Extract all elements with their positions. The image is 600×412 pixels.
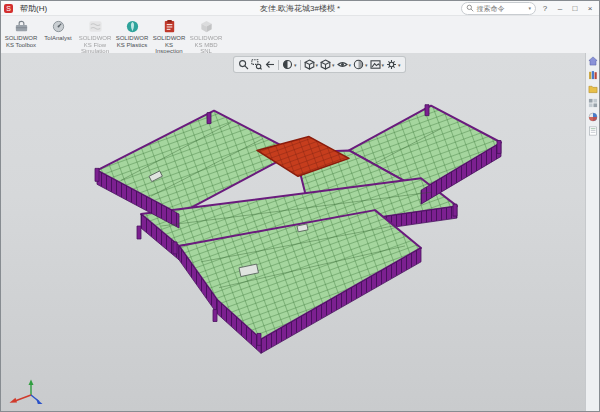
model-3d-view[interactable]	[1, 53, 599, 411]
view-orientation-icon	[304, 59, 315, 70]
folder-icon	[588, 84, 598, 94]
scene-icon	[370, 59, 381, 70]
solidworks-window: S 帮助(H) 友佳.欧海花城3#楼模 * ▾ ? – □ × SOLIDWOR…	[0, 0, 600, 412]
addin-inspection[interactable]: SOLIDWORKS Inspection	[151, 17, 187, 55]
headsup-view-toolbar: ▾ ▾ ▾ ▾ ▾ ▾ ▾	[233, 56, 406, 73]
previous-view-icon	[264, 59, 275, 70]
design-library-button[interactable]	[588, 70, 598, 80]
zoom-to-area-button[interactable]	[251, 59, 262, 70]
toolbox-addin-icon	[14, 19, 29, 34]
search-icon	[466, 4, 474, 12]
library-books-icon	[588, 70, 598, 80]
solidworks-resources-button[interactable]	[588, 56, 598, 66]
zoom-to-area-icon	[251, 59, 262, 70]
addin-solidworks-toolbox[interactable]: SOLIDWORKS Toolbox	[3, 17, 39, 55]
task-pane	[585, 53, 599, 411]
tolanalyst-addin-icon	[51, 19, 66, 34]
orientation-triad	[5, 379, 43, 409]
minimize-button[interactable]: –	[554, 4, 566, 13]
help-button[interactable]: ?	[539, 4, 551, 13]
addin-flow-simulation[interactable]: SOLIDWORKS Flow Simulation	[77, 17, 113, 55]
toolbar-separator	[278, 60, 279, 70]
addin-label: SOLIDWORKS Toolbox	[3, 35, 39, 48]
dropdown-caret-icon: ▾	[332, 62, 335, 68]
app-logo-icon[interactable]: S	[4, 4, 13, 13]
section-view-button[interactable]: ▾	[282, 59, 297, 70]
dropdown-caret-icon: ▾	[398, 62, 401, 68]
menu-help[interactable]: 帮助(H)	[17, 3, 50, 14]
properties-sheet-icon	[588, 126, 598, 136]
gear-icon	[386, 59, 397, 70]
appearance-ball-icon	[353, 59, 364, 70]
flow-simulation-addin-icon	[88, 19, 103, 34]
maximize-button[interactable]: □	[569, 4, 581, 13]
addin-plastics[interactable]: SOLIDWORKS Plastics	[114, 17, 150, 55]
apply-scene-button[interactable]: ▾	[370, 59, 385, 70]
section-view-icon	[282, 59, 293, 70]
addin-tolanalyst[interactable]: TolAnalyst	[40, 17, 76, 55]
dropdown-caret-icon: ▾	[382, 62, 385, 68]
view-orientation-button[interactable]: ▾	[304, 59, 319, 70]
dropdown-caret-icon: ▾	[294, 62, 297, 68]
addins-toolbar: SOLIDWORKS Toolbox TolAnalyst SOLIDWORKS…	[1, 16, 599, 56]
toolbar-separator	[300, 60, 301, 70]
custom-properties-button[interactable]	[588, 126, 598, 136]
appearance-ball-icon	[588, 112, 598, 122]
command-search-box: ▾	[461, 2, 536, 15]
addin-label: TolAnalyst	[44, 35, 71, 42]
file-explorer-button[interactable]	[588, 84, 598, 94]
graphics-viewport[interactable]: ▾ ▾ ▾ ▾ ▾ ▾ ▾	[1, 53, 599, 411]
addin-mbd-snl[interactable]: SOLIDWORKS MBD SNL	[188, 17, 224, 55]
edit-appearance-button[interactable]: ▾	[353, 59, 368, 70]
dropdown-caret-icon: ▾	[316, 62, 319, 68]
hide-show-items-button[interactable]: ▾	[337, 59, 352, 70]
palette-grid-icon	[588, 98, 598, 108]
dropdown-caret-icon: ▾	[349, 62, 352, 68]
view-palette-button[interactable]	[588, 98, 598, 108]
mbd-addin-icon	[199, 19, 214, 34]
addin-label: SOLIDWORKS Plastics	[114, 35, 150, 48]
dropdown-caret-icon: ▾	[365, 62, 368, 68]
command-search-input[interactable]	[476, 5, 526, 12]
view-settings-button[interactable]: ▾	[386, 59, 401, 70]
home-icon	[588, 56, 598, 66]
zoom-to-fit-icon	[238, 59, 249, 70]
previous-view-button[interactable]	[264, 59, 275, 70]
close-button[interactable]: ×	[584, 4, 596, 13]
eye-icon	[337, 59, 348, 70]
display-style-icon	[320, 59, 331, 70]
appearances-scenes-button[interactable]	[588, 112, 598, 122]
search-dropdown-caret-icon[interactable]: ▾	[528, 5, 531, 11]
inspection-addin-icon	[162, 19, 177, 34]
zoom-to-fit-button[interactable]	[238, 59, 249, 70]
display-style-button[interactable]: ▾	[320, 59, 335, 70]
plastics-addin-icon	[125, 19, 140, 34]
title-bar: S 帮助(H) 友佳.欧海花城3#楼模 * ▾ ? – □ ×	[1, 1, 599, 16]
